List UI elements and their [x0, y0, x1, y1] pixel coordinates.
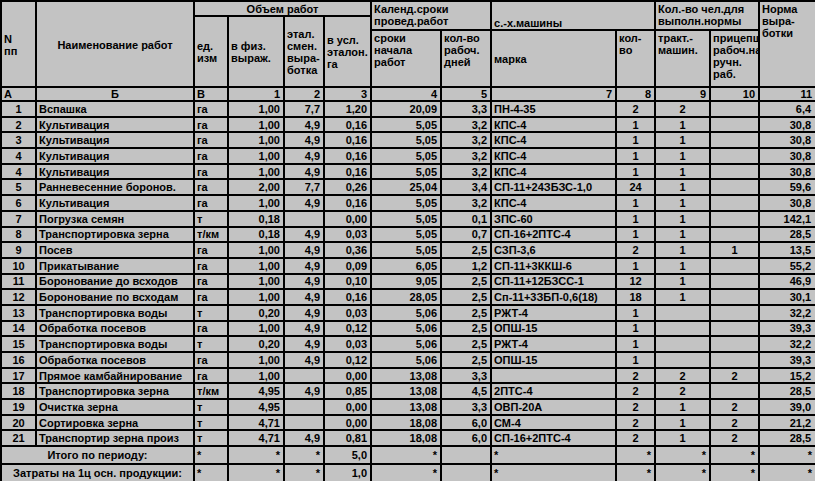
- cell-machine-brand[interactable]: РЖТ-4: [491, 305, 616, 321]
- column-letter-tractor-drivers[interactable]: 9: [655, 87, 710, 101]
- cell-machine-count[interactable]: 2: [616, 101, 655, 117]
- cell-machine-brand[interactable]: КПС-4: [491, 148, 616, 164]
- cell-work-days[interactable]: 2,5: [441, 289, 491, 305]
- cell-machine-count[interactable]: 2: [616, 399, 655, 415]
- cell-work-days[interactable]: 1,2: [441, 258, 491, 274]
- cell-unit[interactable]: т: [194, 430, 228, 446]
- column-letter-shift-output[interactable]: 2: [284, 87, 324, 101]
- cell-machine-count[interactable]: 1: [616, 164, 655, 180]
- cell-machine-brand[interactable]: СП-11+24ЗБЗС-1,0: [491, 179, 616, 195]
- footer-cell-shift-output[interactable]: *: [284, 464, 324, 481]
- cell-tractor-drivers[interactable]: 2: [655, 368, 710, 384]
- cell-row-number[interactable]: 21: [1, 430, 36, 446]
- cell-conditional-ha[interactable]: 0,12: [324, 321, 371, 337]
- cell-unit[interactable]: га: [194, 164, 228, 180]
- cell-tractor-drivers[interactable]: [655, 352, 710, 368]
- cell-row-number[interactable]: 20: [1, 415, 36, 431]
- cell-conditional-ha[interactable]: 0,00: [324, 211, 371, 227]
- cell-trailer-workers[interactable]: 2: [710, 430, 759, 446]
- cell-machine-brand[interactable]: 2ПТС-4: [491, 383, 616, 399]
- cell-row-number[interactable]: 6: [1, 195, 36, 211]
- footer-cell-conditional-ha[interactable]: 1,0: [324, 464, 371, 481]
- header-machine-brand[interactable]: марка: [491, 30, 616, 87]
- cell-volume-physical[interactable]: 1,00: [228, 195, 284, 211]
- cell-volume-physical[interactable]: 1,00: [228, 368, 284, 384]
- footer-cell-machine-count[interactable]: *: [616, 446, 655, 464]
- cell-trailer-workers[interactable]: [710, 383, 759, 399]
- header-group-machines[interactable]: с.-х.машины: [491, 1, 655, 30]
- cell-start-date[interactable]: 5,05: [371, 211, 441, 227]
- cell-row-number[interactable]: 3: [1, 132, 36, 148]
- cell-start-date[interactable]: 5,06: [371, 352, 441, 368]
- cell-start-date[interactable]: 5,06: [371, 321, 441, 337]
- cell-tractor-drivers[interactable]: 2: [655, 101, 710, 117]
- cell-machine-brand[interactable]: ПН-4-35: [491, 101, 616, 117]
- cell-start-date[interactable]: 5,06: [371, 336, 441, 352]
- cell-unit[interactable]: га: [194, 289, 228, 305]
- header-start-date[interactable]: сроки начала работ: [371, 30, 441, 87]
- footer-cell-machine-count[interactable]: *: [616, 464, 655, 481]
- cell-machine-count[interactable]: 18: [616, 289, 655, 305]
- cell-conditional-ha[interactable]: 1,20: [324, 101, 371, 117]
- cell-work-days[interactable]: 2,5: [441, 352, 491, 368]
- cell-tractor-drivers[interactable]: 1: [655, 399, 710, 415]
- cell-start-date[interactable]: 20,09: [371, 101, 441, 117]
- column-letter-work-days[interactable]: 5: [441, 87, 491, 101]
- cell-trailer-workers[interactable]: [710, 352, 759, 368]
- cell-tractor-drivers[interactable]: 2: [655, 383, 710, 399]
- cell-start-date[interactable]: 5,05: [371, 132, 441, 148]
- cell-work-name[interactable]: Боронование до всходов: [36, 274, 194, 290]
- cell-shift-output[interactable]: 4,9: [284, 148, 324, 164]
- cell-machine-brand[interactable]: СП-11+3ККШ-6: [491, 258, 616, 274]
- cell-work-days[interactable]: 3,2: [441, 148, 491, 164]
- column-letter-machine-brand[interactable]: 7: [491, 87, 616, 101]
- column-letter-unit[interactable]: В: [194, 87, 228, 101]
- cell-tractor-drivers[interactable]: 1: [655, 164, 710, 180]
- cell-volume-physical[interactable]: 0,18: [228, 211, 284, 227]
- footer-cell-start-date[interactable]: *: [371, 446, 441, 464]
- cell-trailer-workers[interactable]: [710, 211, 759, 227]
- footer-cell-output-rate[interactable]: *: [759, 464, 815, 481]
- cell-volume-physical[interactable]: 0,20: [228, 305, 284, 321]
- cell-output-rate[interactable]: 30,8: [759, 164, 815, 180]
- cell-conditional-ha[interactable]: 0,16: [324, 117, 371, 133]
- cell-work-name[interactable]: Транспортир зерна произ: [36, 430, 194, 446]
- cell-work-days[interactable]: 2,5: [441, 336, 491, 352]
- cell-row-number[interactable]: 4: [1, 148, 36, 164]
- cell-trailer-workers[interactable]: [710, 321, 759, 337]
- cell-start-date[interactable]: 5,05: [371, 117, 441, 133]
- cell-trailer-workers[interactable]: [710, 305, 759, 321]
- cell-unit[interactable]: га: [194, 368, 228, 384]
- cell-start-date[interactable]: 18,08: [371, 415, 441, 431]
- cell-unit[interactable]: га: [194, 117, 228, 133]
- cell-work-days[interactable]: 3,2: [441, 164, 491, 180]
- cell-volume-physical[interactable]: 1,00: [228, 274, 284, 290]
- cell-start-date[interactable]: 5,05: [371, 195, 441, 211]
- cell-conditional-ha[interactable]: 0,10: [324, 274, 371, 290]
- cell-output-rate[interactable]: 30,8: [759, 132, 815, 148]
- cell-start-date[interactable]: 5,05: [371, 164, 441, 180]
- header-output-rate[interactable]: Норма выра- ботки: [759, 1, 815, 87]
- cell-volume-physical[interactable]: 1,00: [228, 242, 284, 258]
- cell-output-rate[interactable]: 30,8: [759, 195, 815, 211]
- cell-trailer-workers[interactable]: [710, 132, 759, 148]
- cell-work-name[interactable]: Культивация: [36, 195, 194, 211]
- cell-output-rate[interactable]: 28,5: [759, 383, 815, 399]
- cell-work-days[interactable]: 2,5: [441, 274, 491, 290]
- cell-trailer-workers[interactable]: 2: [710, 399, 759, 415]
- column-letter-start-date[interactable]: 4: [371, 87, 441, 101]
- cell-machine-count[interactable]: 1: [616, 321, 655, 337]
- column-letter-volume-physical[interactable]: 1: [228, 87, 284, 101]
- cell-machine-brand[interactable]: СП-11+12БЗСС-1: [491, 274, 616, 290]
- header-tractor-drivers[interactable]: тракт.- машин.: [655, 30, 710, 87]
- cell-machine-brand[interactable]: КПС-4: [491, 132, 616, 148]
- cell-start-date[interactable]: 5,05: [371, 227, 441, 243]
- cell-unit[interactable]: га: [194, 179, 228, 195]
- header-unit[interactable]: ед. изм: [194, 16, 228, 87]
- cell-volume-physical[interactable]: 1,00: [228, 101, 284, 117]
- cell-start-date[interactable]: 6,05: [371, 258, 441, 274]
- cell-trailer-workers[interactable]: [710, 164, 759, 180]
- cell-work-name[interactable]: Погрузка семян: [36, 211, 194, 227]
- cell-work-name[interactable]: Ранневесенние боронов.: [36, 179, 194, 195]
- cell-work-name[interactable]: Посев: [36, 242, 194, 258]
